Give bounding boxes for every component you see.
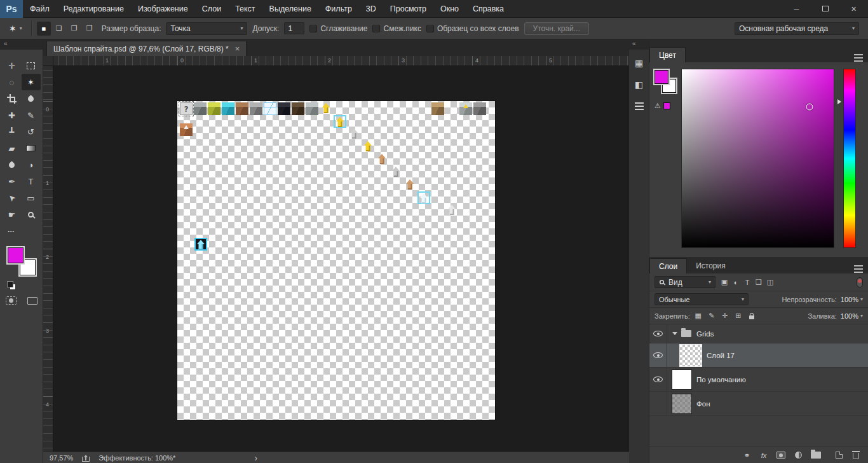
marquee-tool[interactable] [22,57,41,74]
menu-item[interactable]: Фильтр [318,0,359,18]
fill-input[interactable]: 100% ▾ [841,312,863,320]
new-group-icon[interactable] [811,450,826,461]
zoom-tool[interactable] [22,206,41,223]
history-brush-tool[interactable]: ↺ [22,123,41,140]
tolerance-input[interactable]: 1 [284,22,304,34]
tab-Слои[interactable]: Слои [649,258,687,273]
default-colors-icon[interactable] [7,281,16,290]
horizontal-ruler[interactable] [53,56,629,66]
panel-menu-icon[interactable] [854,268,863,270]
subtract-selection-mode-icon[interactable]: ❐ [67,22,81,36]
expand-dock-button[interactable]: « [629,39,649,50]
visibility-cell[interactable] [649,368,667,391]
visibility-cell[interactable] [649,343,667,367]
layer-row[interactable]: Слой 17 [649,343,868,368]
canvas-viewport[interactable]: ? 101234501234 [43,56,629,452]
lasso-tool[interactable]: ◌ [3,74,22,90]
filter-type-layers-icon[interactable]: T [742,277,752,287]
grid-panel-icon[interactable]: ▦ [631,55,648,71]
blend-mode-select[interactable]: Обычные ▾ [654,293,749,305]
saturation-brightness-field[interactable] [681,69,834,248]
export-icon[interactable] [82,457,90,462]
more-tools[interactable]: ••• [3,223,22,239]
gamut-warning[interactable]: ⚠ [654,102,670,110]
new-layer-icon[interactable] [834,450,843,461]
layer-filter-select[interactable]: Вид ▾ [654,276,715,288]
healing-brush-tool[interactable]: ✚ [3,107,22,123]
layer-mask-icon[interactable] [776,450,785,461]
zoom-level[interactable]: 97,57% [50,454,73,462]
disclosure-triangle-icon[interactable] [672,332,677,335]
menu-item[interactable]: Слои [195,0,228,18]
layer-row[interactable]: По умолчанию [649,368,868,392]
sample-all-layers-checkbox[interactable] [426,25,434,32]
filter-pixel-layers-icon[interactable]: ▣ [719,277,729,287]
crop-tool[interactable] [3,90,22,107]
lock-pixels-icon[interactable]: ✎ [707,311,716,321]
lock-position-icon[interactable]: ✛ [721,311,729,321]
add-selection-mode-icon[interactable]: ❏ [52,22,66,36]
menu-item[interactable]: Изображение [131,0,195,18]
menu-item[interactable]: Файл [23,0,57,18]
document-tab[interactable]: Шаблон спрайта.psd @ 97,6% (Слой 17, RGB… [46,41,247,56]
layer-thumbnail[interactable] [672,394,691,413]
hue-slider[interactable] [843,69,856,248]
shape-tool[interactable]: ▭ [22,190,41,206]
close-tab-icon[interactable]: × [235,45,240,53]
screen-mode-icon[interactable] [27,297,37,305]
minimize-button[interactable]: – [782,0,811,17]
filter-shape-layers-icon[interactable]: ❑ [754,277,764,287]
restore-button[interactable] [811,0,839,17]
menu-item[interactable]: Выделение [262,0,318,18]
menu-item[interactable]: Просмотр [383,0,433,18]
filter-smart-objects-icon[interactable]: ◫ [765,277,775,287]
eyedropper-tool[interactable] [22,90,41,107]
eraser-tool[interactable]: ▰ [3,140,22,156]
antialias-checkbox[interactable] [309,25,317,32]
canvas[interactable]: ? [177,101,495,420]
menu-item[interactable]: Окно [433,0,466,18]
clone-stamp-tool[interactable]: ┻ [3,123,22,140]
blur-tool[interactable] [3,156,22,173]
tool-preset-selector[interactable]: ✶ ▾ [5,22,26,35]
group-row[interactable]: Grids [649,324,868,343]
lock-transparency-icon[interactable]: ▦ [694,311,703,321]
status-expand-icon[interactable]: › [254,453,257,463]
foreground-color-swatch[interactable] [8,247,24,263]
quick-mask-icon[interactable] [6,296,17,305]
collapse-tools-button[interactable]: « [0,39,43,50]
menu-item[interactable]: Текст [228,0,262,18]
filter-adjustment-layers-icon[interactable]: ◐ [731,277,741,287]
hand-tool[interactable]: ☛ [3,206,22,223]
tab-color[interactable]: Цвет [649,47,686,62]
menu-item[interactable]: Редактирование [57,0,131,18]
workspace-select[interactable]: Основная рабочая среда ▾ [735,22,859,35]
lock-artboard-icon[interactable]: ⊞ [734,311,743,321]
path-selection-tool[interactable]: ➤ [3,190,22,206]
type-tool[interactable]: T [22,173,41,190]
new-selection-mode-icon[interactable]: ■ [37,22,51,36]
layer-thumbnail[interactable] [680,345,702,366]
layer-filter-toggle[interactable] [857,277,863,287]
link-layers-icon[interactable]: ⚭ [742,450,751,461]
visibility-cell[interactable] [649,392,667,415]
dodge-tool[interactable]: ◑ [22,156,41,173]
layer-thumbnail[interactable] [672,370,691,389]
close-button[interactable]: × [839,0,868,17]
contiguous-checkbox[interactable] [372,25,380,32]
foreground-color-swatch[interactable] [654,70,668,84]
adjustment-layer-icon[interactable] [794,450,803,461]
delete-layer-icon[interactable] [851,450,860,461]
brush-tool[interactable]: ✎ [22,107,41,123]
intersect-selection-mode-icon[interactable]: ❒ [83,22,97,36]
hue-marker[interactable] [837,99,844,104]
visibility-cell[interactable] [649,324,667,343]
layer-row[interactable]: Фон [649,392,868,416]
move-tool[interactable]: ✛ [3,57,22,74]
opacity-input[interactable]: 100% ▾ [841,296,863,303]
pen-tool[interactable]: ✒ [3,173,22,190]
tab-История[interactable]: История [687,258,735,273]
menu-item[interactable]: Справка [466,0,511,18]
adjustments-panel-icon[interactable] [631,98,648,114]
menu-item[interactable]: 3D [359,0,383,18]
